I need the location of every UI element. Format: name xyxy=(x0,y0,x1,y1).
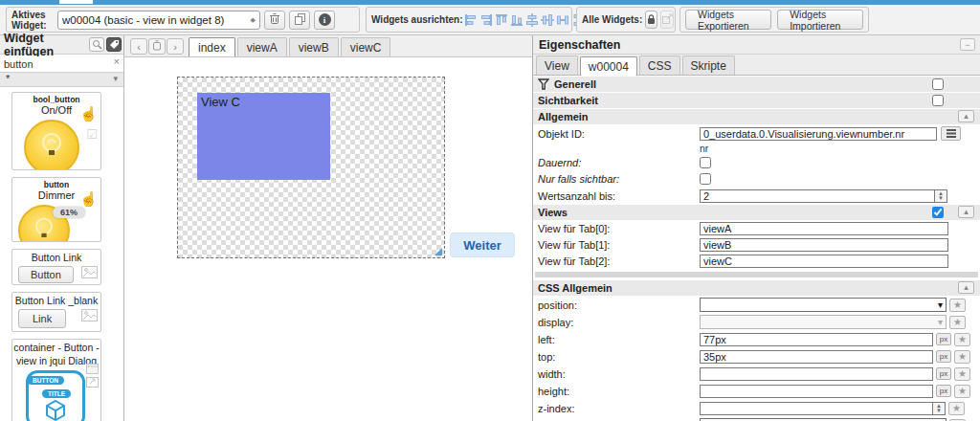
left-input[interactable] xyxy=(700,333,933,346)
checkbox-icon: ☑ xyxy=(86,127,98,142)
view-canvas[interactable]: View C Weiter xyxy=(124,57,532,421)
dauernd-checkbox[interactable] xyxy=(700,157,711,168)
height-default-button[interactable]: ★ xyxy=(954,385,970,398)
tab-viewC[interactable]: viewC xyxy=(341,37,391,56)
palette-search-button[interactable] xyxy=(89,37,104,52)
collapse-up-icon[interactable]: ▴ xyxy=(958,281,974,294)
widget-card-onoff[interactable]: bool_button On/Off ☝ ☑ xyxy=(11,92,101,170)
z-index-default-button[interactable]: ★ xyxy=(948,402,965,415)
delete-view-button[interactable] xyxy=(148,38,166,55)
weiter-widget-button[interactable]: Weiter xyxy=(450,233,515,257)
collapse-up-icon[interactable]: ▴ xyxy=(958,206,974,218)
dauernd-label: Dauernd: xyxy=(538,157,700,168)
width-input[interactable] xyxy=(700,367,933,381)
objekt-id-input[interactable] xyxy=(700,127,937,141)
widget-card-container-dialog[interactable]: container - Button - view in jqui Dialog… xyxy=(11,339,101,421)
widgets-export-button[interactable]: Widgets Exportieren xyxy=(685,10,771,30)
tab-skripte[interactable]: Skripte xyxy=(682,55,735,75)
selected-widget-w00004[interactable]: View C xyxy=(177,77,445,258)
nur-falls-sichtbar-checkbox[interactable] xyxy=(700,173,711,185)
tab-w00004[interactable]: w00004 xyxy=(580,56,637,76)
align-top-icon[interactable] xyxy=(495,12,508,28)
view-tab0-input[interactable] xyxy=(700,222,948,235)
widget-card-dimmer[interactable]: button Dimmer ☝ 61% xyxy=(11,177,101,242)
section-sichtbarkeit[interactable]: Sichtbarkeit xyxy=(533,93,980,108)
align-bottom-icon[interactable] xyxy=(510,12,523,28)
distribute-horizontal-icon[interactable] xyxy=(556,12,569,28)
wertsanzahl-input[interactable] xyxy=(700,189,935,203)
minimize-panel-button[interactable]: − xyxy=(960,38,975,51)
tab-viewA[interactable]: viewA xyxy=(237,37,287,56)
select-object-button[interactable] xyxy=(941,126,961,141)
top-unit-button[interactable]: px xyxy=(936,350,951,363)
resize-handle[interactable] xyxy=(434,248,442,255)
section-allgemein[interactable]: Allgemein ▴ xyxy=(533,109,980,124)
show-widgets-button[interactable] xyxy=(660,11,674,29)
tab-index[interactable]: index xyxy=(189,37,235,56)
copy-widget-button[interactable] xyxy=(289,11,310,30)
widget-set-name: button xyxy=(12,178,100,189)
display-select[interactable]: ▾ xyxy=(700,315,947,329)
height-unit-button[interactable]: px xyxy=(936,385,951,397)
z-index-input[interactable] xyxy=(700,402,933,415)
position-select[interactable]: ▾ xyxy=(700,298,947,312)
section-views[interactable]: Views ▴ xyxy=(533,205,980,220)
chevron-down-icon: ▾ xyxy=(113,74,118,83)
tab-viewB[interactable]: viewB xyxy=(289,37,339,56)
clear-search-icon[interactable]: × xyxy=(114,55,120,67)
prev-view-button[interactable]: ‹ xyxy=(130,38,147,55)
trash-icon xyxy=(269,11,280,29)
cube-icon xyxy=(44,399,67,421)
widgets-import-button[interactable]: Widgets Importieren xyxy=(777,10,863,30)
view-tab2-input[interactable] xyxy=(700,255,948,268)
views-checkbox[interactable] xyxy=(932,207,944,218)
row-nur-falls-sichtbar: Nur falls sichtbar: xyxy=(533,171,980,187)
chevron-right-icon: › xyxy=(173,41,177,53)
left-unit-button[interactable]: px xyxy=(936,333,951,345)
number-spinner[interactable]: ▲▼ xyxy=(935,189,947,203)
next-view-button[interactable]: › xyxy=(167,38,184,55)
section-generell[interactable]: Generell xyxy=(533,77,980,92)
widget-card-button-link-blank[interactable]: Button Link _blank Link xyxy=(11,292,101,332)
center-vertical-icon[interactable] xyxy=(525,12,539,28)
height-input[interactable] xyxy=(700,385,933,398)
row-position: position: ▾ ★ xyxy=(533,297,980,313)
height-label: height: xyxy=(538,386,700,397)
generell-checkbox[interactable] xyxy=(932,78,944,90)
position-default-button[interactable]: ★ xyxy=(949,299,966,312)
hand-pointer-icon: ☝ xyxy=(79,105,98,122)
align-right-icon[interactable] xyxy=(479,12,493,28)
width-unit-button[interactable]: px xyxy=(936,367,951,380)
section-css-allgemein[interactable]: CSS Allgemein ▴ xyxy=(533,280,980,296)
tab-view[interactable]: View xyxy=(536,55,578,75)
collapse-up-icon[interactable]: ▴ xyxy=(958,110,974,122)
export-import-group: Widgets Exportieren Widgets Importieren xyxy=(679,7,869,33)
width-default-button[interactable]: ★ xyxy=(954,367,970,381)
number-spinner[interactable]: ▲▼ xyxy=(933,402,946,415)
top-input[interactable] xyxy=(700,350,933,364)
lock-widgets-button[interactable] xyxy=(645,11,657,29)
delete-widget-button[interactable] xyxy=(264,11,285,30)
properties-header: Eigenschaften − xyxy=(533,35,980,55)
row-view-tab2: View für Tab[2]: xyxy=(533,254,980,269)
hand-pointer-icon: ☝ xyxy=(79,190,98,208)
left-default-button[interactable]: ★ xyxy=(954,333,970,346)
preview-button: Button xyxy=(18,266,74,283)
align-left-icon[interactable] xyxy=(464,12,478,28)
view-tab0-label: View für Tab[0]: xyxy=(538,223,700,234)
center-horizontal-icon[interactable] xyxy=(541,12,554,28)
display-default-button[interactable]: ★ xyxy=(949,316,966,329)
star-icon: ★ xyxy=(958,368,967,379)
palette-tag-filter-button[interactable] xyxy=(106,37,122,52)
active-widget-select[interactable]: w00004 (basic - view in widget 8) ◆ xyxy=(57,11,260,30)
tab-css[interactable]: CSS xyxy=(639,55,680,75)
widget-info-button[interactable]: i xyxy=(314,11,335,30)
sichtbarkeit-checkbox[interactable] xyxy=(932,95,944,106)
view-tab1-input[interactable] xyxy=(700,238,948,252)
palette-search-input[interactable] xyxy=(0,56,123,73)
palette-set-filter[interactable]: * ▾ xyxy=(0,71,123,87)
top-default-button[interactable]: ★ xyxy=(954,350,970,364)
widget-card-button-link[interactable]: Button Link Button xyxy=(11,249,101,285)
view-in-widget-preview[interactable]: View C xyxy=(197,93,330,180)
open-dialog-icon xyxy=(86,374,99,391)
